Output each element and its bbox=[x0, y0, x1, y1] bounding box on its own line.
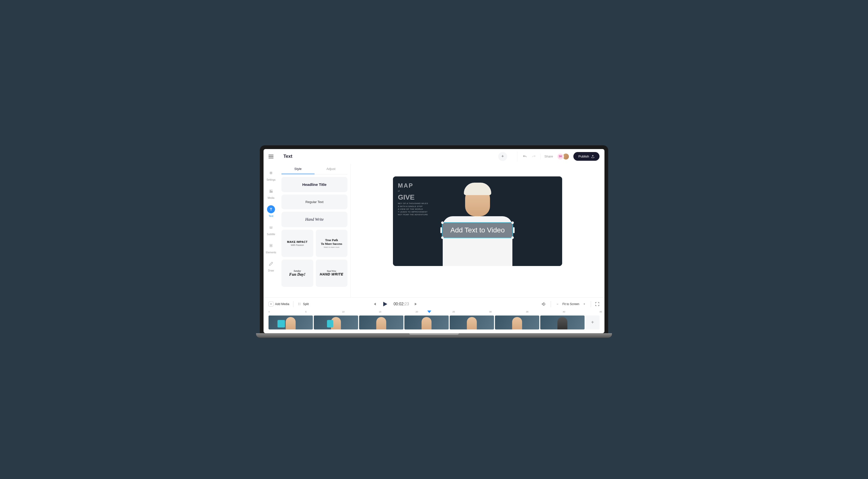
ruler-mark: 0 bbox=[269, 311, 270, 313]
subtitle-icon bbox=[267, 223, 275, 231]
zoom-in-button[interactable]: + bbox=[582, 301, 587, 307]
ruler-mark: 15 bbox=[379, 311, 381, 313]
fit-to-screen-button[interactable]: Fit to Screen bbox=[562, 302, 579, 306]
text-style-headline[interactable]: Headline Title bbox=[281, 177, 347, 192]
avatar-initials: SK bbox=[557, 153, 564, 160]
sidebar-item-elements[interactable]: Elements bbox=[266, 242, 276, 254]
upload-icon bbox=[591, 155, 594, 158]
svg-rect-5 bbox=[269, 226, 273, 229]
sidebar-item-media[interactable]: Media bbox=[267, 187, 275, 199]
clip-thumbnail[interactable] bbox=[269, 316, 313, 329]
sidebar-item-settings[interactable]: Settings bbox=[267, 169, 276, 181]
svg-point-4 bbox=[270, 190, 271, 191]
share-button[interactable]: Share bbox=[545, 155, 553, 158]
playhead[interactable] bbox=[427, 311, 431, 313]
plus-icon: + bbox=[269, 301, 274, 307]
text-style-sunday[interactable]: Sunday Fun Day! bbox=[281, 259, 313, 287]
svg-rect-6 bbox=[270, 228, 272, 228]
publish-button[interactable]: Publish bbox=[574, 152, 599, 161]
play-icon[interactable] bbox=[381, 300, 389, 308]
split-icon bbox=[298, 302, 301, 306]
skip-back-icon[interactable] bbox=[373, 302, 376, 306]
add-clip-button[interactable]: + bbox=[586, 316, 599, 329]
add-media-button[interactable]: + Add Media bbox=[269, 301, 289, 307]
ruler-mark: 10 bbox=[342, 311, 345, 313]
resize-handle-right[interactable] bbox=[513, 227, 515, 233]
sidebar-item-text[interactable]: T Text bbox=[267, 205, 275, 218]
volume-icon[interactable] bbox=[542, 301, 547, 307]
text-style-handwrite[interactable]: Hand Write bbox=[281, 212, 347, 227]
text-icon: T bbox=[267, 205, 275, 213]
svg-point-2 bbox=[270, 172, 272, 173]
clip-thumbnail[interactable] bbox=[359, 316, 403, 329]
timecode: 00:02:23 bbox=[394, 302, 409, 306]
video-canvas[interactable]: MAP of GIVE NEY OF A THOUSAND MILES S WI… bbox=[393, 177, 562, 266]
undo-icon[interactable] bbox=[522, 154, 527, 159]
ruler-mark: 35 bbox=[526, 311, 528, 313]
zoom-out-button[interactable]: − bbox=[555, 301, 560, 307]
timeline-ruler[interactable]: 051015202530354045 bbox=[269, 311, 599, 316]
collaborators[interactable]: SK bbox=[557, 153, 569, 160]
clip-thumbnail[interactable] bbox=[314, 316, 358, 329]
fullscreen-icon[interactable] bbox=[595, 302, 599, 306]
menu-icon[interactable] bbox=[269, 154, 274, 159]
ruler-mark: 20 bbox=[415, 311, 418, 313]
ruler-mark: 5 bbox=[305, 311, 307, 313]
ruler-mark: 30 bbox=[489, 311, 492, 313]
ruler-mark: 45 bbox=[599, 311, 602, 313]
add-button[interactable]: + bbox=[498, 152, 507, 161]
clip-thumbnail[interactable] bbox=[404, 316, 449, 329]
sidebar-item-draw[interactable]: Draw bbox=[267, 260, 275, 272]
elements-icon bbox=[267, 242, 275, 250]
clip-thumbnail[interactable] bbox=[450, 316, 494, 329]
ruler-mark: 25 bbox=[453, 311, 455, 313]
ruler-mark: 40 bbox=[563, 311, 565, 313]
sidebar-item-subtitle[interactable]: Subtitle bbox=[267, 223, 275, 236]
text-style-handwrite-bold[interactable]: Hand Write HAND WRITE bbox=[316, 259, 348, 287]
media-icon bbox=[267, 187, 275, 195]
draw-icon bbox=[267, 260, 275, 268]
text-overlay[interactable]: Add Text to Video bbox=[442, 222, 513, 238]
clip-thumbnail[interactable] bbox=[540, 316, 585, 329]
tab-style[interactable]: Style bbox=[281, 164, 315, 174]
settings-icon bbox=[267, 169, 275, 177]
skip-forward-icon[interactable] bbox=[414, 302, 418, 306]
text-style-regular[interactable]: Regular Text bbox=[281, 195, 347, 209]
resize-handle-left[interactable] bbox=[440, 227, 442, 233]
timeline-clips[interactable]: + bbox=[269, 316, 599, 329]
text-style-true-path[interactable]: True Path To More Success Watch to learn… bbox=[316, 230, 348, 257]
tab-adjust[interactable]: Adjust bbox=[315, 164, 348, 174]
split-button[interactable]: Split bbox=[298, 302, 309, 306]
clip-thumbnail[interactable] bbox=[495, 316, 539, 329]
redo-icon[interactable] bbox=[531, 154, 536, 159]
panel-title: Text bbox=[283, 154, 292, 159]
text-style-make-impact[interactable]: MAKE IMPACT With Passion bbox=[281, 230, 313, 257]
